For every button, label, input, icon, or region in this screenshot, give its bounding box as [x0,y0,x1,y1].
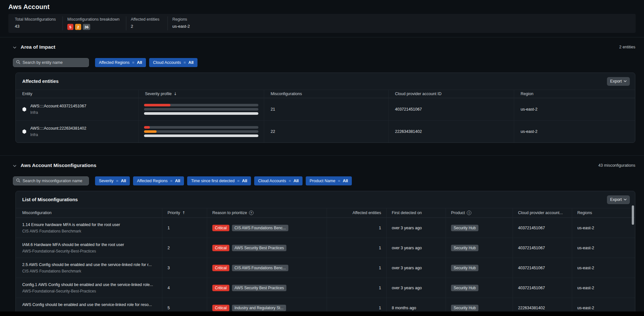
entity-filters: Affected Regions = All Cloud Accounts = … [95,58,197,67]
misconfiguration-search-input[interactable] [23,179,86,183]
misconfiguration-filters: Severity = All Affected Regions = All Ti… [95,176,352,185]
filter-pill[interactable]: Affected Regions = All [133,176,184,185]
product-cell: Security Hub [446,238,513,258]
first-detected-cell: over 3 years ago [386,278,446,298]
info-icon[interactable]: i [467,211,471,215]
stat-value: 43 [15,24,58,29]
filter-pill[interactable]: Product Name = All [306,176,352,185]
stat-total-misconfigurations: Total Misconfigurations 43 [10,14,62,33]
misconfiguration-row[interactable]: Config.1 AWS Config should be enabled an… [16,278,635,298]
stat-label: Total Misconfigurations [15,17,58,22]
reason-cell: Critical CIS AWS Foundations Benc... [207,218,327,238]
misconfiguration-row[interactable]: IAM.6 Hardware MFA should be enabled for… [16,238,635,258]
column-cloud-provider-account: Cloud provider account... [513,208,572,217]
filter-pill[interactable]: Severity = All [95,176,130,185]
stats-panel: Total Misconfigurations 43 Misconfigurat… [8,14,636,33]
priority-cell: 4 [162,278,207,298]
framework-name: CIS AWS Foundations Benchmark [22,229,120,233]
reason-badge: CIS AWS Foundations Benc... [232,265,289,271]
column-priority[interactable]: Priority↑ [162,208,207,217]
column-entity: Entity [16,90,138,98]
misconfiguration-name[interactable]: 1.14 Ensure hardware MFA is enabled for … [22,222,120,227]
section-header: Aws Account Misconfigurations 43 misconf… [13,163,635,168]
export-button[interactable]: Export [607,195,630,204]
severity-badge: Critical [212,245,229,251]
column-misconfigurations: Misconfigurations [264,90,388,98]
severity-count-badge: 2 [75,24,81,30]
column-affected-entities: Affected entities [327,208,386,217]
affected-entities-cell: 1 [327,258,386,278]
affected-entities-cell: 1 [327,278,386,298]
entity-name[interactable]: AWS::::Account:403721451067 [30,104,86,108]
region-cell: us-east-2 [514,121,635,143]
misconfigurations-table-header: Misconfiguration Priority↑ Reason to pri… [16,208,635,218]
entity-search[interactable] [13,58,89,67]
product-badge: Security Hub [451,305,478,311]
severity-breakdown-badges: 5 2 36 [67,24,121,30]
column-severity-profile[interactable]: Severity profile↓ [138,90,264,98]
filter-pill[interactable]: Affected Regions = All [95,58,146,67]
entities-table-header: Entity Severity profile↓ Misconfiguratio… [16,90,635,98]
severity-badge: Critical [212,225,229,231]
severity-bars [144,126,258,137]
regions-cell: us-east-2 [572,258,635,278]
misconfiguration-cell: 1.14 Ensure hardware MFA is enabled for … [16,218,162,238]
misconfiguration-name[interactable]: Config.1 AWS Config should be enabled an… [22,282,153,287]
severity-badge: Critical [212,285,229,291]
stat-label: Misconfigurations breakdown [67,17,121,22]
entities-table-body: AWS::::Account:403721451067 Infra 21 403… [16,98,635,143]
section-header: Area of Impact 2 entities [13,44,635,50]
misconfigurations-toolbar: Severity = All Affected Regions = All Ti… [13,176,635,185]
export-button[interactable]: Export [607,77,630,86]
chevron-down-icon[interactable] [13,163,16,168]
entity-search-input[interactable] [23,60,86,65]
filter-pill[interactable]: Cloud Accounts = All [254,176,303,185]
misconfiguration-name[interactable]: AWS Config should be enabled and use the… [22,302,152,307]
regions-cell: us-east-2 [572,218,635,238]
column-first-detected-on: First detected on [386,208,446,217]
stat-affected-entities: Affected entities 2 [126,14,168,33]
first-detected-cell: over 3 years ago [386,258,446,278]
card-header: List of Misconfigurations Export [16,191,635,208]
regions-cell: us-east-2 [572,238,635,258]
misconfiguration-search[interactable] [13,176,89,185]
entities-toolbar: Affected Regions = All Cloud Accounts = … [13,58,635,67]
account-id-cell: 403721451067 [513,258,572,278]
search-icon [16,178,20,184]
column-region: Region [514,90,635,98]
misconfigurations-cell: 22 [264,121,388,143]
column-misconfiguration: Misconfiguration [16,208,162,217]
chevron-down-icon[interactable] [13,44,16,50]
vertical-scrollbar-thumb[interactable] [632,205,634,225]
help-icon[interactable]: ? [249,211,254,215]
first-detected-cell: over 3 years ago [386,238,446,258]
misconfiguration-row[interactable]: 2.5 AWS Config should be enabled and use… [16,258,635,278]
bottom-bar [0,311,644,316]
product-cell: Security Hub [446,278,513,298]
reason-cell: Critical AWS Security Best Practices [207,238,327,258]
column-cloud-provider-account-id: Cloud provider account ID [388,90,514,98]
framework-name: AWS-Foundational-Security-Best-Practices [22,289,153,293]
column-product: Producti [446,208,513,217]
entity-type: Infra [30,110,86,115]
account-id-cell: 403721451067 [513,238,572,258]
filter-pill[interactable]: Time since first detected = All [187,176,251,185]
entity-row[interactable]: AWS::::Account:403721451067 Infra 21 403… [16,98,635,120]
reason-badge: AWS Security Best Practices [232,245,287,251]
sort-ascending-icon: ↑ [182,211,185,215]
entity-name[interactable]: AWS::::Account:222634381402 [30,126,86,131]
misconfigurations-count: 43 misconfigurations [598,163,635,168]
entity-cell: AWS::::Account:222634381402 Infra [16,121,138,143]
misconfiguration-cell: Config.1 AWS Config should be enabled an… [16,278,162,298]
misconfiguration-name[interactable]: IAM.6 Hardware MFA should be enabled for… [22,242,124,247]
entity-row[interactable]: AWS::::Account:222634381402 Infra 22 222… [16,120,635,143]
column-reason-to-prioritize: Reason to prioritize? [207,208,327,217]
misconfiguration-name[interactable]: 2.5 AWS Config should be enabled and use… [22,262,152,267]
misconfigurations-list-card: List of Misconfigurations Export Misconf… [15,191,635,316]
priority-cell: 2 [162,238,207,258]
framework-name: AWS-Foundational-Security-Best-Practices [22,249,124,253]
chevron-down-icon [624,199,627,201]
chevron-down-icon [624,80,627,82]
misconfiguration-row[interactable]: 1.14 Ensure hardware MFA is enabled for … [16,218,635,238]
filter-pill[interactable]: Cloud Accounts = All [149,58,197,67]
